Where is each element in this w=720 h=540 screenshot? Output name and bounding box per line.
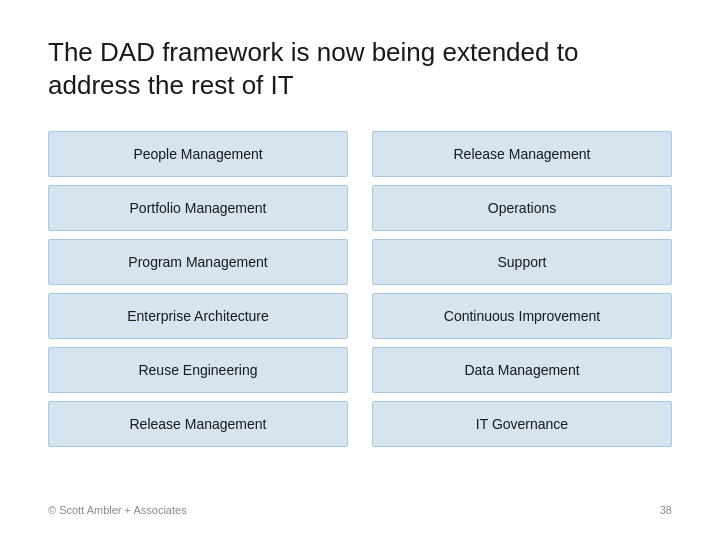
left-cell-3: Enterprise Architecture: [48, 293, 348, 339]
footer: © Scott Ambler + Associates 38: [48, 504, 672, 516]
slide-title: The DAD framework is now being extended …: [48, 36, 672, 101]
right-cell-0: Release Management: [372, 131, 672, 177]
copyright: © Scott Ambler + Associates: [48, 504, 187, 516]
right-cell-3: Continuous Improvement: [372, 293, 672, 339]
left-column: People ManagementPortfolio ManagementPro…: [48, 131, 348, 492]
right-cell-2: Support: [372, 239, 672, 285]
left-cell-5: Release Management: [48, 401, 348, 447]
slide: The DAD framework is now being extended …: [0, 0, 720, 540]
right-column: Release ManagementOperationsSupportConti…: [372, 131, 672, 492]
left-cell-0: People Management: [48, 131, 348, 177]
right-cell-1: Operations: [372, 185, 672, 231]
left-cell-1: Portfolio Management: [48, 185, 348, 231]
left-cell-4: Reuse Engineering: [48, 347, 348, 393]
grid-container: People ManagementPortfolio ManagementPro…: [48, 131, 672, 492]
left-cell-2: Program Management: [48, 239, 348, 285]
right-cell-5: IT Governance: [372, 401, 672, 447]
page-number: 38: [660, 504, 672, 516]
right-cell-4: Data Management: [372, 347, 672, 393]
